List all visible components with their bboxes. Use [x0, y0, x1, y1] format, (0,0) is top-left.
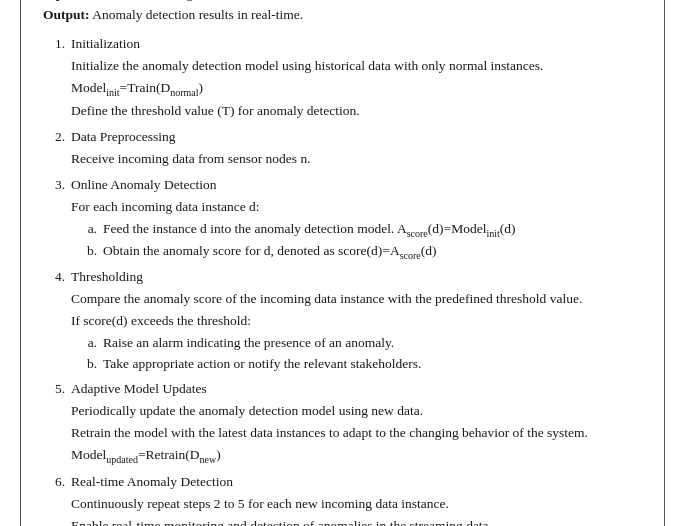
step-4: 4. Thresholding Compare the anomaly scor… — [43, 267, 642, 375]
input-line: Input: Real-time streaming data from wir… — [43, 0, 642, 26]
step-1: 1. Initialization Initialize the anomaly… — [43, 34, 642, 123]
step-3-sub-a-text: Feed the instance d into the anomaly det… — [103, 219, 642, 241]
steps-list: 1. Initialization Initialize the anomaly… — [43, 34, 642, 526]
step-4-title: Thresholding — [71, 267, 642, 288]
step-6-title: Real-time Anomaly Detection — [71, 472, 642, 493]
step-3-line-1: For each incoming data instance d: — [71, 197, 642, 218]
step-6-content: Real-time Anomaly Detection Continuously… — [71, 472, 642, 526]
output-label: Output: — [43, 7, 90, 22]
step-5-content: Adaptive Model Updates Periodically upda… — [71, 379, 642, 468]
step-4-sublist: a. Raise an alarm indicating the presenc… — [71, 333, 642, 375]
step-1-content: Initialization Initialize the anomaly de… — [71, 34, 642, 123]
step-5-line-3: Modelupdated=Retrain(Dnew) — [71, 445, 642, 467]
step-3-sub-b-label: b. — [81, 241, 103, 262]
step-1-line-1: Initialize the anomaly detection model u… — [71, 56, 642, 77]
step-6: 6. Real-time Anomaly Detection Continuou… — [43, 472, 642, 526]
step-3-sub-b: b. Obtain the anomaly score for d, denot… — [81, 241, 642, 263]
step-4-sub-a-text: Raise an alarm indicating the presence o… — [103, 333, 642, 354]
step-4-sub-b-label: b. — [81, 354, 103, 375]
step-5: 5. Adaptive Model Updates Periodically u… — [43, 379, 642, 468]
step-3-sub-a-label: a. — [81, 219, 103, 240]
step-2-line-1: Receive incoming data from sensor nodes … — [71, 149, 642, 170]
step-3-title: Online Anomaly Detection — [71, 175, 642, 196]
step-2-num: 2. — [43, 127, 71, 148]
step-2-content: Data Preprocessing Receive incoming data… — [71, 127, 642, 171]
step-4-content: Thresholding Compare the anomaly score o… — [71, 267, 642, 375]
step-3-content: Online Anomaly Detection For each incomi… — [71, 175, 642, 263]
step-4-num: 4. — [43, 267, 71, 288]
step-6-num: 6. — [43, 472, 71, 493]
output-text: Output: Anomaly detection results in rea… — [43, 5, 642, 26]
step-3: 3. Online Anomaly Detection For each inc… — [43, 175, 642, 263]
step-6-line-1: Continuously repeat steps 2 to 5 for eac… — [71, 494, 642, 515]
algorithm-box: Input: Real-time streaming data from wir… — [20, 0, 665, 526]
step-4-sub-a: a. Raise an alarm indicating the presenc… — [81, 333, 642, 354]
step-4-line-2: If score(d) exceeds the threshold: — [71, 311, 642, 332]
step-3-sublist: a. Feed the instance d into the anomaly … — [71, 219, 642, 263]
step-2-title: Data Preprocessing — [71, 127, 642, 148]
step-3-sub-b-text: Obtain the anomaly score for d, denoted … — [103, 241, 642, 263]
step-2: 2. Data Preprocessing Receive incoming d… — [43, 127, 642, 171]
step-3-sub-a: a. Feed the instance d into the anomaly … — [81, 219, 642, 241]
step-5-line-2: Retrain the model with the latest data i… — [71, 423, 642, 444]
step-1-title: Initialization — [71, 34, 642, 55]
step-1-line-3: Define the threshold value (T) for anoma… — [71, 101, 642, 122]
step-5-num: 5. — [43, 379, 71, 400]
step-5-line-1: Periodically update the anomaly detectio… — [71, 401, 642, 422]
step-4-line-1: Compare the anomaly score of the incomin… — [71, 289, 642, 310]
step-4-sub-b-text: Take appropriate action or notify the re… — [103, 354, 642, 375]
input-label: Input: — [43, 0, 80, 1]
step-5-title: Adaptive Model Updates — [71, 379, 642, 400]
step-4-sub-a-label: a. — [81, 333, 103, 354]
step-6-line-2: Enable real-time monitoring and detectio… — [71, 516, 642, 526]
step-3-num: 3. — [43, 175, 71, 196]
step-1-line-2: Modelinit=Train(Dnormal) — [71, 78, 642, 100]
step-4-sub-b: b. Take appropriate action or notify the… — [81, 354, 642, 375]
step-1-num: 1. — [43, 34, 71, 55]
